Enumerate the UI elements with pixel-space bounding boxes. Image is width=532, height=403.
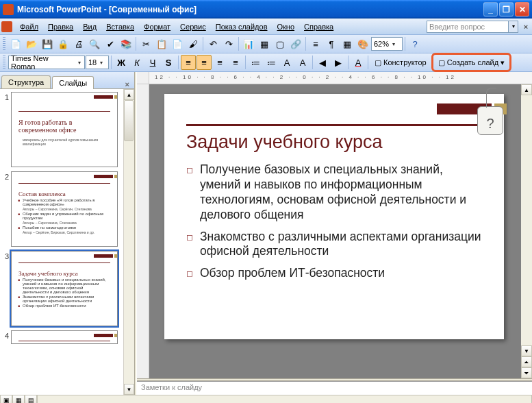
tooltip-callout: ? [477,106,503,135]
color-icon[interactable]: 🎨 [355,36,370,51]
scroll-down-icon[interactable]: ▼ [521,345,532,356]
new-file-icon[interactable]: 📄 [8,36,23,51]
increase-font-icon[interactable]: A [279,55,294,70]
scroll-down-icon[interactable]: ▼ [124,384,134,395]
undo-icon[interactable]: ↶ [205,36,220,51]
slide-bullets[interactable]: Получение базовых и специальных знаний, … [186,162,482,281]
hscroll-track[interactable] [37,395,532,403]
align-justify-icon[interactable]: ≡ [228,55,243,70]
bullet-item[interactable]: Обзор проблем ИТ-безопасности [200,266,482,281]
decrease-indent-icon[interactable]: ◀ [315,55,330,70]
italic-button[interactable]: К [129,55,144,70]
sorter-view-icon[interactable]: ▦ [12,395,25,403]
thumb-number: 4 [1,330,11,344]
slide-content[interactable]: Задачи учебного курса Получение базовых … [164,94,504,339]
research-icon[interactable]: 📚 [118,36,134,51]
numbering-icon[interactable]: ≔ [248,55,263,70]
new-slide-button[interactable]: ▢Создать слайд▾ [435,55,508,70]
toolbar-grip[interactable] [3,37,5,51]
increase-indent-icon[interactable]: ▶ [331,55,346,70]
align-left-icon[interactable]: ≡ [181,55,196,70]
slide-canvas[interactable]: Задачи учебного курса Получение базовых … [149,84,521,378]
bullet-item[interactable]: Получение базовых и специальных знаний, … [200,162,482,223]
paste-icon[interactable]: 📄 [170,36,185,51]
spelling-icon[interactable]: ✔ [103,36,118,51]
panel-close-button[interactable]: × [122,80,133,88]
font-combo[interactable]: Times New Roman▾ [8,56,85,69]
thumbnail-slide-3[interactable]: Задачи учебного курса Получение базовых … [11,251,118,326]
scroll-thumb[interactable] [124,100,134,141]
tables-borders-icon[interactable]: ▢ [273,36,288,51]
menu-help[interactable]: Справка [299,21,338,33]
insert-table-icon[interactable]: ▦ [257,36,272,51]
format-painter-icon[interactable]: 🖌 [186,36,201,51]
bold-button[interactable]: Ж [114,55,129,70]
minimize-button[interactable]: _ [483,2,498,16]
zoom-combo[interactable]: 62%▾ [371,37,403,51]
menu-view[interactable]: Вид [78,21,101,33]
shadow-button[interactable]: S [161,55,176,70]
menu-slideshow[interactable]: Показ слайдов [211,21,273,33]
mdi-close-button[interactable]: × [521,22,531,32]
highlight-annotation: ▢Создать слайд▾ [431,53,511,72]
expand-all-icon[interactable]: ≡ [308,36,323,51]
open-file-icon[interactable]: 📂 [24,36,39,51]
scroll-up-icon[interactable]: ▲ [124,89,134,100]
help-icon[interactable]: ? [407,36,422,51]
menu-window[interactable]: Окно [273,21,300,33]
underline-button[interactable]: Ч [145,55,160,70]
notes-pane[interactable]: Заметки к слайду [137,381,532,395]
menu-edit[interactable]: Правка [43,21,78,33]
show-formatting-icon[interactable]: ¶ [324,36,339,51]
thumbnails-list[interactable]: 1 Я готов работать в современном офисе м… [0,89,123,395]
maximize-button[interactable]: ❐ [499,2,514,16]
insert-hyperlink-icon[interactable]: 🔗 [288,36,303,51]
align-right-icon[interactable]: ≡ [212,55,227,70]
thumbnail-row[interactable]: 1 Я готов работать в современном офисе м… [1,92,122,167]
decrease-font-icon[interactable]: A [295,55,310,70]
help-search-input[interactable] [427,21,509,33]
menu-format[interactable]: Формат [139,21,175,33]
bullet-item[interactable]: Знакомство с различными аспектами органи… [200,230,482,260]
font-color-icon[interactable]: A [351,55,366,70]
prev-slide-icon[interactable]: ⏶ [521,356,532,367]
align-center-icon[interactable]: ≡ [197,55,212,70]
thumbnail-slide-1[interactable]: Я готов работать в современном офисе мат… [11,92,118,167]
save-icon[interactable]: 💾 [40,36,55,51]
menu-file[interactable]: Файл [15,21,43,33]
insert-chart-icon[interactable]: 📊 [241,36,256,51]
next-slide-icon[interactable]: ⏷ [521,367,532,378]
slide-title[interactable]: Задачи учебного курса [186,132,482,153]
bullets-icon[interactable]: ≔ [264,55,279,70]
thumbnail-slide-4[interactable]: Задачи учебного курса [11,330,118,344]
help-search-dropdown[interactable]: ▾ [509,21,518,33]
scroll-up-icon[interactable]: ▲ [521,84,532,95]
print-preview-icon[interactable]: 🔍 [87,36,102,51]
slide-scrollbar-v[interactable]: ▲ ▼ ⏶ ⏷ [521,84,532,378]
show-grid-icon[interactable]: ▦ [340,36,355,51]
close-button[interactable]: ✕ [515,2,529,16]
thumbnail-row[interactable]: 4 Задачи учебного курса [1,330,122,344]
thumbnail-row[interactable]: 2 Состав комплекса Учебное пособие «Я го… [1,171,122,247]
redo-icon[interactable]: ↷ [221,36,236,51]
title-bar: Microsoft PowerPoint - [Современный офис… [0,0,532,19]
menu-tools[interactable]: Сервис [175,21,211,33]
toolbar-grip[interactable] [3,56,5,69]
tab-outline[interactable]: Структура [1,75,51,88]
slide-design-button[interactable]: ▢Конструктор [370,55,431,70]
thumbnail-slide-2[interactable]: Состав комплекса Учебное пособие «Я гото… [11,171,118,247]
permission-icon[interactable]: 🔒 [55,36,71,51]
panel-tabs: Структура Слайды × [0,72,134,88]
normal-view-icon[interactable]: ▣ [0,395,12,403]
control-menu-icon[interactable] [1,21,12,32]
copy-icon[interactable]: 📋 [154,36,169,51]
cut-icon[interactable]: ✂ [138,36,153,51]
slideshow-view-icon[interactable]: ▤ [25,395,37,403]
thumbnail-row[interactable]: 3 Задачи учебного курса Получение базовы… [1,251,122,326]
tab-slides[interactable]: Слайды [52,76,94,89]
print-icon[interactable]: 🖨 [71,36,86,51]
font-size-combo[interactable]: 18▾ [86,56,109,69]
menu-insert[interactable]: Вставка [101,21,139,33]
thumbs-scrollbar[interactable]: ▲ ▼ [123,89,134,395]
main-area: Структура Слайды × 1 Я готов работать в … [0,72,532,395]
